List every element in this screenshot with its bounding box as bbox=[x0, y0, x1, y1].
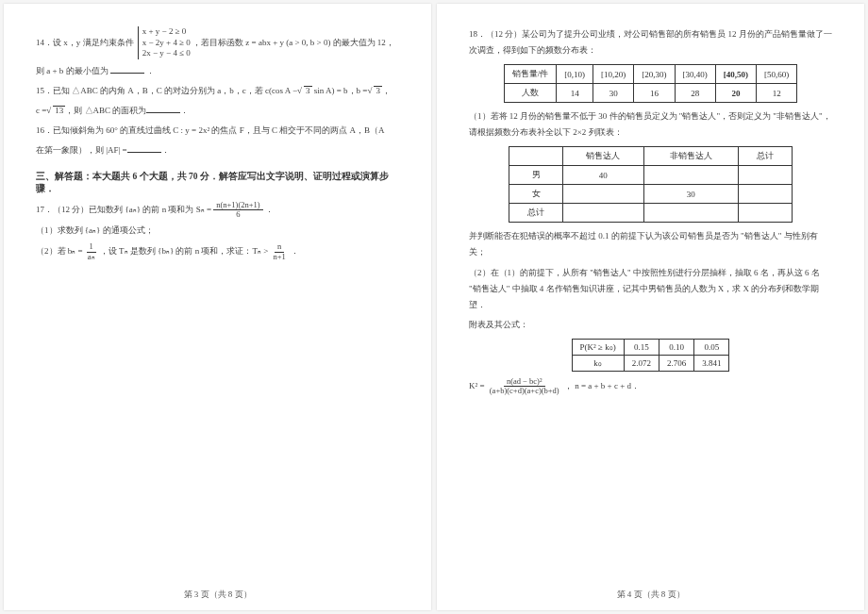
q15-l1a: 15．已知 △ABC 的内角 A，B，C 的对边分别为 a，b，c，若 c(co… bbox=[36, 86, 297, 95]
t3-r1-label: P(K² ≥ k₀) bbox=[572, 339, 624, 355]
t1-r2-label: 人数 bbox=[504, 84, 557, 103]
q17-head-a: 17．（12 分）已知数列 {aₙ} 的前 n 项和为 Sₙ = bbox=[36, 204, 211, 213]
t1-count-4: 20 bbox=[715, 84, 756, 103]
t3-v2-0: 2.072 bbox=[624, 355, 659, 371]
t2-r2c1 bbox=[562, 185, 643, 204]
q18-formula: K² = n(ad − bc)² (a+b)(c+d)(a+c)(b+d) ， … bbox=[469, 377, 832, 396]
q14-c3: 2x − y − 4 ≤ 0 bbox=[142, 48, 191, 59]
sqrt-icon-2: √ bbox=[367, 86, 372, 95]
t2-h1: 销售达人 bbox=[562, 147, 643, 166]
t2-r1c2 bbox=[643, 166, 738, 185]
formula-den: (a+b)(c+d)(a+c)(b+d) bbox=[487, 387, 562, 395]
t3-v1-2: 0.05 bbox=[694, 339, 729, 355]
page-3-footer: 第 3 页（共 8 页） bbox=[4, 589, 431, 601]
q18-appendix-label: 附表及其公式： bbox=[469, 317, 832, 333]
t3-r2-label: k₀ bbox=[572, 355, 624, 371]
t1-range-2: [20,30) bbox=[634, 65, 675, 84]
q14-line1: 14．设 x，y 满足约束条件 x + y − 2 ≥ 0 x − 2y + 4… bbox=[36, 26, 399, 59]
q17-sub2-c: ． bbox=[291, 246, 299, 256]
q18-sub1: （1）若将 12 月份的销售量不低于 30 件的销售员定义为 "销售达人"，否则… bbox=[469, 108, 832, 141]
t2-r3c3 bbox=[738, 204, 792, 223]
q14-c1: x + y − 2 ≥ 0 bbox=[142, 26, 191, 38]
t2-r3c1 bbox=[562, 204, 643, 223]
q14-prefix: 14．设 x，y 满足约束条件 bbox=[36, 38, 134, 47]
q14-line2: 则 a + b 的最小值为 ． bbox=[36, 63, 399, 79]
t1-range-4: [40,50) bbox=[715, 65, 756, 84]
t3-v1-1: 0.10 bbox=[659, 339, 693, 355]
t1-range-1: [10,20) bbox=[593, 65, 634, 84]
t2-r2c2: 30 bbox=[643, 185, 738, 204]
t2-r2c3 bbox=[738, 185, 792, 204]
q15-l1b: sin A) = b，b = bbox=[312, 86, 368, 95]
q18-head: 18．（12 分）某公司为了提升公司业绩，对公司销售部的所有销售员 12 月份的… bbox=[469, 26, 832, 58]
t1-range-0: [0,10) bbox=[557, 65, 593, 84]
q14-mid: ，若目标函数 z = abx + y (a > 0, b > 0) 的最大值为 … bbox=[192, 38, 394, 47]
q17-head-b: ． bbox=[265, 204, 274, 213]
q17-sub2-b: ，设 Tₙ 是数列 {bₙ} 的前 n 项和，求证：Tₙ > bbox=[100, 246, 268, 256]
table-row: 女 30 bbox=[509, 185, 792, 204]
t1-range-3: [30,40) bbox=[675, 65, 715, 84]
page-4-footer: 第 4 页（共 8 页） bbox=[437, 589, 864, 601]
t1-count-3: 28 bbox=[675, 84, 715, 103]
page-4: 18．（12 分）某公司为了提升公司业绩，对公司销售部的所有销售员 12 月份的… bbox=[437, 4, 864, 610]
q15-l1c: ， bbox=[382, 86, 391, 95]
t2-r3c2 bbox=[643, 204, 738, 223]
q17-sub2-frac2: n n+1 bbox=[271, 242, 289, 261]
q18-sub1b: 并判断能否在犯错误的概率不超过 0.1 的前提下认为该公司销售员是否为 "销售达… bbox=[469, 228, 832, 260]
t2-h3: 总计 bbox=[738, 147, 792, 166]
q15-line2: c =√13，则 △ABC 的面积为． bbox=[36, 103, 399, 119]
t2-h2: 非销售达人 bbox=[643, 147, 738, 166]
q16-l2b: ． bbox=[161, 145, 170, 155]
table-row: 男 40 bbox=[509, 166, 792, 185]
t1-r1-label: 销售量/件 bbox=[504, 65, 557, 84]
q17-sub2-frac-den: aₙ bbox=[85, 253, 98, 261]
formula-a: K² = bbox=[469, 381, 487, 390]
t1-count-1: 30 bbox=[593, 84, 634, 103]
sqrt-3a: 3 bbox=[304, 86, 312, 95]
q15-line1: 15．已知 △ABC 的内角 A，B，C 的对边分别为 a，b，c，若 c(co… bbox=[36, 83, 399, 99]
q14-line2-post: ． bbox=[146, 66, 155, 75]
q14-constraints: x + y − 2 ≥ 0 x − 2y + 4 ≥ 0 2x − y − 4 … bbox=[138, 26, 191, 59]
t3-v1-0: 0.15 bbox=[624, 339, 659, 355]
q17-sub2: （2）若 bₙ = 1 aₙ ，设 Tₙ 是数列 {bₙ} 的前 n 项和，求证… bbox=[36, 242, 399, 261]
q17-sub2-frac2-den: n+1 bbox=[271, 253, 289, 261]
q18-table3: P(K² ≥ k₀) 0.15 0.10 0.05 k₀ 2.072 2.706… bbox=[572, 339, 730, 372]
t2-r1c3 bbox=[738, 166, 792, 185]
t1-count-5: 12 bbox=[757, 84, 797, 103]
sqrt-3b: 3 bbox=[374, 86, 382, 95]
q18-table1: 销售量/件 [0,10) [10,20) [20,30) [30,40) [40… bbox=[504, 64, 798, 103]
section-3-heading: 三、解答题：本大题共 6 个大题，共 70 分．解答应写出文字说明、证明过程或演… bbox=[36, 171, 399, 195]
page-3: 14．设 x，y 满足约束条件 x + y − 2 ≥ 0 x − 2y + 4… bbox=[4, 4, 431, 610]
q14-c2: x − 2y + 4 ≥ 0 bbox=[142, 38, 191, 49]
t3-v2-1: 2.706 bbox=[659, 355, 693, 371]
t3-v2-2: 3.841 bbox=[694, 355, 729, 371]
t1-count-2: 16 bbox=[634, 84, 675, 103]
q16-line2: 在第一象限），则 |AF| =． bbox=[36, 142, 399, 158]
formula-frac: n(ad − bc)² (a+b)(c+d)(a+c)(b+d) bbox=[487, 377, 562, 396]
t2-r3c0: 总计 bbox=[509, 204, 563, 223]
q15-l2b: ，则 △ABC 的面积为 bbox=[65, 106, 146, 115]
q14-line2-pre: 则 a + b 的最小值为 bbox=[36, 66, 108, 75]
blank-15 bbox=[146, 112, 180, 113]
q17-sub2-frac: 1 aₙ bbox=[85, 242, 98, 261]
q17-head: 17．（12 分）已知数列 {aₙ} 的前 n 项和为 Sₙ = n(n+1)(… bbox=[36, 201, 399, 220]
q16-l2a: 在第一象限），则 |AF| = bbox=[36, 145, 127, 155]
q16-line1: 16．已知倾斜角为 60° 的直线过曲线 C : y = 2x² 的焦点 F，且… bbox=[36, 123, 399, 139]
table-row: 销售达人 非销售达人 总计 bbox=[509, 147, 792, 166]
blank-14 bbox=[110, 73, 144, 74]
t2-h0 bbox=[509, 147, 563, 166]
table-row: 总计 bbox=[509, 204, 792, 223]
table-row: P(K² ≥ k₀) 0.15 0.10 0.05 bbox=[572, 339, 729, 355]
blank-16 bbox=[127, 152, 161, 153]
table-row: 人数 14 30 16 28 20 12 bbox=[504, 84, 797, 103]
q18-table2: 销售达人 非销售达人 总计 男 40 女 30 总计 bbox=[509, 146, 792, 223]
t2-r1c0: 男 bbox=[509, 166, 563, 185]
q17-sub1: （1）求数列 {aₙ} 的通项公式； bbox=[36, 223, 399, 239]
sqrt-13: 13 bbox=[53, 106, 65, 115]
t2-r2c0: 女 bbox=[509, 185, 563, 204]
t1-range-5: [50,60) bbox=[757, 65, 797, 84]
q17-frac-den: 6 bbox=[233, 210, 242, 219]
table-row: 销售量/件 [0,10) [10,20) [20,30) [30,40) [40… bbox=[504, 65, 797, 84]
table-row: k₀ 2.072 2.706 3.841 bbox=[572, 355, 729, 371]
formula-b: ， n = a + b + c + d． bbox=[564, 381, 640, 390]
